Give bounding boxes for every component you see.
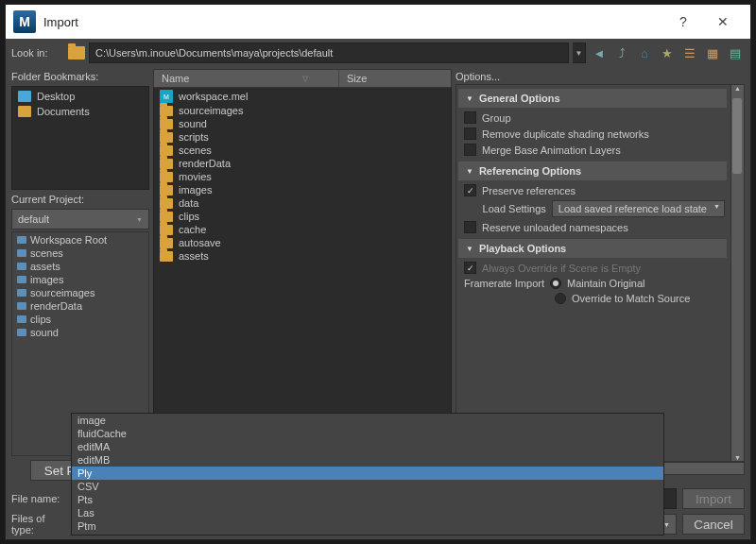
bookmarks-label: Folder Bookmarks:	[11, 69, 149, 84]
new-folder-icon[interactable]: ▦	[703, 43, 722, 62]
file-item[interactable]: Mworkspace.mel	[154, 89, 451, 104]
documents-icon	[18, 106, 31, 117]
filetype-option[interactable]: Las	[72, 506, 663, 519]
window-title: Import	[43, 15, 663, 29]
filetype-option[interactable]: All Files	[72, 533, 663, 536]
folder-icon	[17, 236, 26, 244]
help-button[interactable]: ?	[663, 5, 703, 39]
current-project-label: Current Project:	[11, 192, 149, 207]
workspace-item[interactable]: sound	[13, 326, 147, 339]
file-item[interactable]: assets	[154, 249, 451, 263]
reserve-ns-checkbox[interactable]	[464, 221, 476, 233]
file-item[interactable]: images	[154, 183, 451, 196]
filetype-option[interactable]: image	[72, 414, 663, 427]
column-header-size[interactable]: Size	[339, 73, 451, 84]
workspace-item[interactable]: renderData	[13, 299, 147, 313]
workspace-item[interactable]: clips	[13, 313, 147, 326]
merge-layers-checkbox[interactable]	[464, 144, 476, 156]
titlebar: M Import ? ✕	[6, 5, 750, 39]
workspace-item[interactable]: images	[13, 273, 147, 286]
mel-file-icon: M	[160, 90, 173, 103]
path-dropdown-button[interactable]: ▼	[573, 42, 586, 63]
filetype-label: Files of type:	[11, 513, 66, 536]
group-checkbox[interactable]	[464, 111, 476, 124]
bookmark-icon[interactable]: ★	[658, 43, 677, 62]
folder-icon	[17, 289, 26, 297]
folder-icon	[160, 132, 173, 143]
bookmark-documents[interactable]: Documents	[14, 104, 146, 119]
file-item[interactable]: clips	[154, 210, 451, 223]
options-body: General Options Group Remove duplicate s…	[455, 84, 745, 462]
referencing-options-header[interactable]: Referencing Options	[458, 162, 727, 180]
options-vscroll[interactable]	[730, 85, 744, 461]
folder-icon	[160, 185, 173, 196]
project-select[interactable]: default	[11, 209, 149, 230]
options-toggle-icon[interactable]: ▤	[726, 43, 745, 62]
file-item[interactable]: autosave	[154, 236, 451, 249]
folder-icon	[17, 263, 26, 270]
load-settings-select[interactable]: Load saved reference load state	[552, 200, 725, 217]
home-icon[interactable]: ⌂	[635, 43, 654, 62]
folder-icon	[160, 225, 173, 235]
playback-options-header[interactable]: Playback Options	[458, 239, 727, 258]
close-button[interactable]: ✕	[703, 5, 743, 39]
cancel-button[interactable]: Cancel	[682, 514, 745, 535]
filename-label: File name:	[11, 493, 66, 504]
folder-icon	[160, 172, 173, 182]
always-override-checkbox: ✓	[464, 262, 476, 274]
folder-icon	[160, 251, 173, 262]
list-view-icon[interactable]: ☰	[680, 43, 699, 62]
folder-icon	[17, 302, 26, 310]
filetype-option[interactable]: editMA	[72, 440, 663, 453]
file-item[interactable]: data	[154, 196, 451, 210]
folder-icon	[17, 315, 26, 323]
workspace-item[interactable]: scenes	[13, 246, 147, 260]
path-input[interactable]: C:\Users\m.inoue\Documents\maya\projects…	[89, 42, 569, 63]
filetype-dropdown[interactable]: imagefluidCacheeditMAeditMBPlyCSVPtsLasP…	[71, 413, 664, 536]
options-label: Options...	[455, 69, 745, 84]
options-scroll: General Options Group Remove duplicate s…	[456, 85, 730, 461]
back-icon[interactable]: ◄	[590, 43, 609, 62]
file-header: Name Size	[153, 69, 452, 88]
desktop-icon	[18, 91, 31, 102]
maintain-radio[interactable]	[550, 278, 561, 289]
filetype-option[interactable]: Ptm	[72, 519, 663, 533]
folder-icon	[160, 145, 173, 156]
bookmarks-list[interactable]: Desktop Documents	[11, 86, 149, 190]
bookmark-desktop[interactable]: Desktop	[14, 89, 146, 104]
file-item[interactable]: scripts	[154, 130, 451, 144]
folder-icon	[160, 198, 173, 209]
file-item[interactable]: movies	[154, 170, 451, 183]
folder-icon	[68, 46, 85, 60]
override-radio[interactable]	[555, 293, 566, 304]
workspace-item[interactable]: Workspace Root	[13, 233, 147, 246]
file-item[interactable]: scenes	[154, 144, 451, 157]
file-item[interactable]: cache	[154, 223, 451, 236]
up-icon[interactable]: ⤴	[612, 43, 631, 62]
filetype-option[interactable]: fluidCache	[72, 427, 663, 440]
file-item[interactable]: sound	[154, 117, 451, 130]
filetype-option[interactable]: Ply	[72, 467, 663, 480]
folder-icon	[160, 238, 173, 248]
column-header-name[interactable]: Name	[154, 70, 339, 87]
folder-icon	[160, 119, 173, 129]
folder-icon	[17, 276, 26, 283]
filetype-option[interactable]: Pts	[72, 493, 663, 506]
folder-icon	[160, 106, 173, 116]
filetype-option[interactable]: editMB	[72, 453, 663, 467]
path-bar: Look in: C:\Users\m.inoue\Documents\maya…	[6, 39, 750, 67]
folder-icon	[17, 329, 26, 336]
file-item[interactable]: renderData	[154, 157, 451, 170]
folder-icon	[17, 249, 26, 257]
import-button[interactable]: Import	[682, 488, 745, 509]
filetype-option[interactable]: CSV	[72, 480, 663, 493]
workspace-item[interactable]: sourceimages	[13, 286, 147, 299]
workspace-item[interactable]: assets	[13, 260, 147, 273]
remove-dup-checkbox[interactable]	[464, 128, 476, 140]
lookin-label: Look in:	[11, 47, 64, 59]
general-options-header[interactable]: General Options	[458, 89, 727, 108]
preserve-refs-checkbox[interactable]: ✓	[464, 184, 476, 196]
file-item[interactable]: sourceimages	[154, 104, 451, 117]
folder-icon	[160, 212, 173, 222]
app-logo-icon: M	[13, 10, 36, 33]
